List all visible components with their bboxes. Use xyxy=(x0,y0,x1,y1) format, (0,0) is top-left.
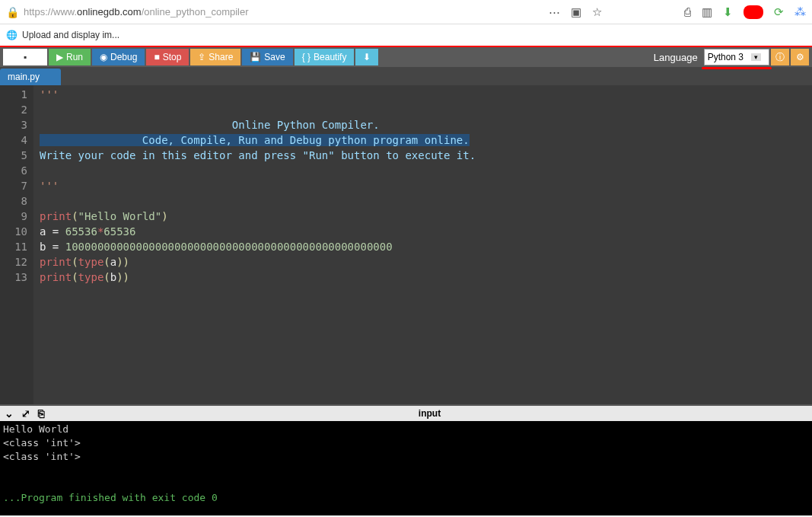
browser-icons: ⋯ ▣ ☆ ⎙ ▥ ⬇ ⟳ ⁂ xyxy=(549,5,806,19)
ide-toolbar: ▪ ▶Run ◉Debug ■Stop ⇪Share 💾Save { }Beau… xyxy=(0,46,812,67)
bookmark-item[interactable]: Upload and display im... xyxy=(22,30,119,40)
console-output[interactable]: Hello World <class 'int'> <class 'int'> … xyxy=(0,421,812,515)
console-toolbar: ⌄ ⤢ ⎘ input xyxy=(0,404,812,421)
gear-icon: ⚙ xyxy=(796,52,804,62)
code-editor[interactable]: 123 456 789 101112 13 ''' Online Python … xyxy=(0,85,812,404)
red-annotation xyxy=(744,5,763,19)
stop-icon: ■ xyxy=(154,52,159,62)
refresh-icon[interactable]: ⟳ xyxy=(774,5,784,19)
download-icon[interactable]: ⬇ xyxy=(723,5,733,19)
code-area[interactable]: ''' Online Python Compiler. Code, Compil… xyxy=(33,85,812,404)
console-line: Hello World xyxy=(3,423,809,436)
reader-icon[interactable]: ▣ xyxy=(571,5,581,19)
download-button[interactable]: ⬇ xyxy=(355,49,378,65)
console-title: input xyxy=(52,408,807,419)
info-icon: ⓘ xyxy=(775,51,785,64)
file-icon: ▪ xyxy=(24,52,27,62)
lock-icon: 🔒 xyxy=(6,6,19,18)
info-button[interactable]: ⓘ xyxy=(771,49,789,65)
star-icon[interactable]: ☆ xyxy=(592,5,602,19)
run-button[interactable]: ▶Run xyxy=(49,49,91,65)
save-button[interactable]: 💾Save xyxy=(242,49,292,65)
globe-icon: 🌐 xyxy=(6,30,18,40)
chevron-down-icon[interactable]: ⌄ xyxy=(5,407,14,420)
play-icon: ▶ xyxy=(56,52,63,62)
beautify-button[interactable]: { }Beautify xyxy=(295,49,355,65)
url-bar[interactable]: https://www.onlinegdb.com/online_python_… xyxy=(24,6,549,18)
settings-button[interactable]: ⚙ xyxy=(791,49,809,65)
console-line: <class 'int'> xyxy=(3,436,809,450)
sidebar-icon[interactable]: ▥ xyxy=(702,5,712,19)
language-label: Language xyxy=(654,52,698,63)
target-icon: ◉ xyxy=(100,52,107,62)
share-icon: ⇪ xyxy=(198,52,205,62)
debug-button[interactable]: ◉Debug xyxy=(92,49,145,65)
copy-icon[interactable]: ⎘ xyxy=(38,407,44,420)
console-line: ...Program finished with exit code 0 xyxy=(3,491,809,505)
share-button[interactable]: ⇪Share xyxy=(190,49,240,65)
save-icon: 💾 xyxy=(250,52,261,62)
language-select[interactable]: Python 3 ▾ xyxy=(704,49,769,65)
bookmark-bar: 🌐 Upload and display im... xyxy=(0,24,812,46)
more-icon[interactable]: ⋯ xyxy=(549,5,560,19)
library-icon[interactable]: ⎙ xyxy=(684,5,691,18)
browser-address-bar: 🔒 https://www.onlinegdb.com/online_pytho… xyxy=(0,0,812,24)
chevron-down-icon: ▾ xyxy=(751,53,761,61)
editor-tab-bar: main.py xyxy=(0,67,812,85)
download-icon: ⬇ xyxy=(363,52,371,62)
tab-main-py[interactable]: main.py xyxy=(0,69,61,85)
braces-icon: { } xyxy=(302,52,310,62)
red-annotation xyxy=(702,67,772,69)
new-file-button[interactable]: ▪ xyxy=(3,49,47,65)
expand-icon[interactable]: ⤢ xyxy=(21,407,30,420)
translate-icon[interactable]: ⁂ xyxy=(794,5,806,19)
stop-button[interactable]: ■Stop xyxy=(146,49,189,65)
line-gutter: 123 456 789 101112 13 xyxy=(0,85,33,404)
console-line: <class 'int'> xyxy=(3,450,809,464)
